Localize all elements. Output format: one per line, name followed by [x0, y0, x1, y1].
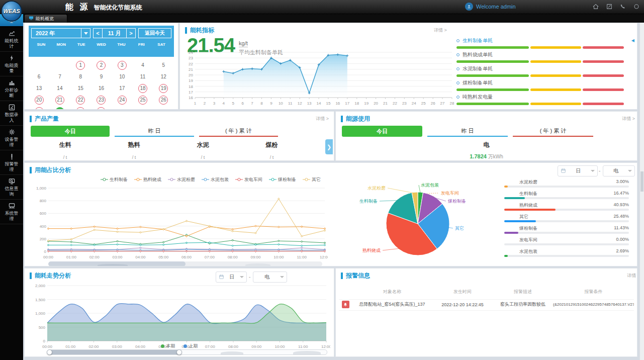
alarm-table-header: 对象名称发生时间报警描述报警条件 — [339, 289, 634, 300]
day-1[interactable]: 1 — [76, 61, 85, 70]
year-select[interactable]: 2022 年 — [31, 28, 90, 38]
energy-type-select[interactable]: 电 — [603, 165, 635, 176]
day-7[interactable]: 7 — [55, 72, 64, 81]
energy-use-tab[interactable]: ( 年 ) 累 计 — [513, 126, 593, 137]
day-22[interactable]: 22 — [76, 96, 85, 105]
sidebar-item-数据录入[interactable]: 数据录入 — [0, 101, 23, 126]
calendar-cell: 5 — [159, 61, 168, 70]
legend-item[interactable]: 发电车间 — [235, 176, 262, 183]
sidebar-item-报警管理[interactable]: 报警管理 — [0, 150, 23, 175]
sidebar-item-系统管理[interactable]: 系统管理 — [0, 200, 23, 224]
day-11[interactable]: 11 — [138, 72, 147, 81]
sidebar-item-设备管理[interactable]: 设备管理 — [0, 126, 23, 150]
day-10[interactable]: 10 — [118, 72, 127, 81]
ranking-value: 0.00% — [616, 237, 629, 242]
day-15[interactable]: 15 — [76, 84, 85, 93]
day-9[interactable]: 9 — [97, 72, 106, 81]
legend-item[interactable]: 本期 — [161, 343, 175, 349]
trend-datazoom-slider[interactable] — [47, 349, 327, 355]
sidebar-item-能耗统计[interactable]: 能耗统计 — [0, 27, 23, 52]
indicator-label[interactable]: 熟料烧成单耗 — [463, 51, 493, 58]
day-20[interactable]: 20 — [35, 96, 44, 105]
detail-link[interactable]: 详情 > — [316, 116, 329, 122]
legend-marker-icon — [168, 177, 175, 183]
legend-item[interactable]: 煤粉制备 — [269, 176, 296, 183]
indicator-label[interactable]: 煤粉制备单耗 — [463, 79, 493, 86]
vertical-scrollbar[interactable] — [639, 23, 644, 360]
indicator-label[interactable]: 生料制备单耗 — [463, 37, 493, 44]
day-30[interactable]: 30 — [97, 107, 106, 110]
indicator-label[interactable]: 吨熟料发电量 — [463, 94, 493, 101]
edit-icon[interactable] — [606, 3, 613, 10]
welcome-user[interactable]: Welcome admin — [465, 3, 516, 11]
day-8[interactable]: 8 — [76, 72, 85, 81]
back-to-today-button[interactable]: 返回今天 — [138, 28, 171, 38]
day-18[interactable]: 18 — [138, 84, 147, 93]
day-28-selected[interactable]: 28 — [55, 107, 64, 110]
ratio-datazoom-slider[interactable] — [48, 261, 322, 266]
day-2[interactable]: 2 — [97, 61, 106, 70]
product-tab[interactable]: 昨 日 — [115, 126, 194, 137]
sidebar-item-分析诊断[interactable]: 分析诊断 — [0, 76, 23, 101]
energy-use-tab[interactable]: 今日 — [342, 126, 422, 137]
energy-use-tab[interactable]: 昨 日 — [427, 126, 508, 137]
svg-text:07:00: 07:00 — [205, 255, 215, 259]
day-12[interactable]: 12 — [159, 72, 168, 81]
day-21[interactable]: 21 — [55, 96, 64, 105]
period-select[interactable]: 日 — [558, 165, 598, 176]
day-13[interactable]: 13 — [35, 84, 44, 93]
legend-item[interactable]: 上期 — [183, 343, 198, 349]
more-icon[interactable] — [633, 3, 640, 10]
day-3[interactable]: 3 — [118, 61, 127, 70]
product-tab[interactable]: 今日 — [31, 126, 110, 137]
sidebar-item-信息查询[interactable]: 信息查询 — [0, 175, 23, 200]
legend-item[interactable]: 其它 — [303, 176, 321, 183]
ranking-value: 11.43% — [614, 225, 629, 230]
scrollbar-thumb[interactable] — [640, 171, 643, 192]
datazoom-left-handle[interactable] — [47, 349, 52, 355]
indicator-label-row: 煤粉制备单耗 — [456, 79, 624, 86]
svg-text:11: 11 — [288, 101, 293, 106]
day-19[interactable]: 19 — [159, 84, 168, 93]
period-select[interactable]: 日 — [216, 272, 247, 283]
day-16[interactable]: 16 — [97, 84, 106, 93]
carousel-next-icon[interactable]: ❯ — [325, 139, 333, 154]
next-month-button[interactable]: > — [126, 29, 135, 38]
product-value: / t — [31, 154, 100, 160]
ranking-row: 其它25.48% — [504, 214, 629, 225]
weekday-label: SUN — [31, 42, 51, 47]
indicator-label[interactable]: 水泥制备单耗 — [463, 65, 493, 72]
product-tab[interactable]: ( 年 ) 累 计 — [199, 126, 278, 137]
home-icon[interactable] — [592, 3, 599, 10]
prev-month-button[interactable]: < — [94, 29, 103, 38]
day-23[interactable]: 23 — [97, 96, 106, 105]
day-6[interactable]: 6 — [35, 72, 44, 81]
detail-link[interactable]: 详情 > — [434, 27, 447, 34]
energy-type-select[interactable]: 电 — [253, 272, 287, 283]
legend-item[interactable]: 熟料烧成 — [134, 176, 161, 183]
day-27[interactable]: 27 — [35, 107, 44, 110]
datazoom-right-handle[interactable] — [176, 349, 182, 355]
legend-item[interactable]: 生料制备 — [101, 176, 128, 183]
detail-link[interactable]: 详情 > — [622, 116, 635, 122]
day-24[interactable]: 24 — [118, 96, 127, 105]
day-17[interactable]: 17 — [118, 84, 127, 93]
tab-energy-overview[interactable]: 能耗概览 — [24, 14, 67, 23]
sidebar-item-电能质量[interactable]: 电能质量 — [0, 52, 23, 76]
weekday-label: THU — [111, 42, 131, 47]
legend-item[interactable]: 水泥包装 — [202, 176, 229, 183]
day-29[interactable]: 29 — [76, 107, 85, 110]
day-5[interactable]: 5 — [159, 61, 168, 70]
carousel-prev-icon[interactable]: ◀ — [631, 38, 634, 43]
alarm-row[interactable]: 总降配电站_窑54(窑头高压)_1372022-12-20 14:22:45窑头… — [339, 299, 634, 311]
legend-item[interactable]: 水泥粉磨 — [168, 176, 195, 183]
detail-link[interactable]: 详情 > — [627, 273, 637, 279]
day-26[interactable]: 26 — [159, 96, 168, 105]
ranking-row: 煤粉制备11.43% — [504, 225, 629, 236]
phone-icon[interactable] — [619, 3, 626, 10]
calendar-panel: 2022 年 < 11 月 > 返回今天 SUNMONTUEWEDTHUFRIS… — [24, 23, 178, 110]
day-25[interactable]: 25 — [138, 96, 147, 105]
day-14[interactable]: 14 — [55, 84, 64, 93]
day-4[interactable]: 4 — [138, 61, 147, 70]
indicator-row: 吨熟料发电量 — [456, 94, 624, 108]
